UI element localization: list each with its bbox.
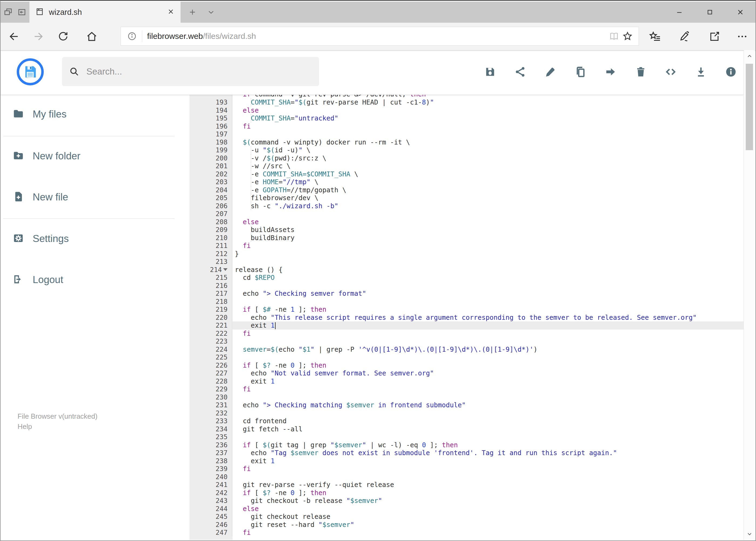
code-icon[interactable] xyxy=(664,65,677,78)
code-line-197[interactable]: 197 xyxy=(189,130,744,138)
code-line-content[interactable] xyxy=(232,393,744,401)
code-line-224[interactable]: 224 semver=$(echo "$1" | grep -P '^v(0|[… xyxy=(189,345,744,353)
code-line-content[interactable]: git checkout -b release "$semver" xyxy=(232,497,744,505)
set-tabs-aside-icon[interactable] xyxy=(2,6,14,18)
code-line-219[interactable]: 219 if [ $# -ne 1 ]; then xyxy=(189,305,744,313)
code-line-243[interactable]: 243 git checkout -b release "$semver" xyxy=(189,497,744,505)
code-line-234[interactable]: 234 git fetch --all xyxy=(189,425,744,433)
share-icon[interactable] xyxy=(514,65,527,78)
code-line-content[interactable]: release () { xyxy=(232,266,744,274)
code-line-237[interactable]: 237 echo "Tag $semver does not exist in … xyxy=(189,449,744,457)
code-line-content[interactable]: -e GOPATH=//tmp/gopath \ xyxy=(232,186,744,194)
code-line-217[interactable]: 217 echo "> Checking semver format" xyxy=(189,289,744,297)
code-line-content[interactable] xyxy=(232,210,744,218)
reading-view-book-icon[interactable] xyxy=(607,29,621,43)
code-line-content[interactable] xyxy=(232,297,744,306)
code-line-228[interactable]: 228 exit 1 xyxy=(189,377,744,385)
code-line-content[interactable]: -u "$(id -u)" \ xyxy=(232,146,744,154)
code-line-214[interactable]: 214release () { xyxy=(189,266,744,274)
code-line-208[interactable]: 208 else xyxy=(189,218,744,226)
code-line-content[interactable]: -w //src \ xyxy=(232,162,744,170)
code-line-content[interactable]: echo "> Checking semver format" xyxy=(232,289,744,297)
code-line-223[interactable]: 223 xyxy=(189,337,744,345)
code-line-content[interactable] xyxy=(232,473,744,481)
scroll-up-icon[interactable] xyxy=(744,51,755,62)
code-line-231[interactable]: 231 echo "> Checking matching $semver in… xyxy=(189,401,744,409)
code-line-content[interactable]: else xyxy=(232,505,744,513)
code-line-196[interactable]: 196 fi xyxy=(189,122,744,131)
code-line-content[interactable] xyxy=(232,433,744,441)
code-line-222[interactable]: 222 fi xyxy=(189,329,744,337)
delete-icon[interactable] xyxy=(634,65,647,78)
code-line-244[interactable]: 244 else xyxy=(189,505,744,513)
maximize-icon[interactable] xyxy=(694,2,725,23)
code-line-content[interactable]: fi xyxy=(232,465,744,473)
code-line-232[interactable]: 232 xyxy=(189,409,744,417)
code-line-content[interactable]: if [ $# -ne 1 ]; then xyxy=(232,305,744,313)
code-line-229[interactable]: 229 fi xyxy=(189,385,744,393)
code-line-content[interactable]: if [ $(git tag | grep "$semver" | wc -l)… xyxy=(232,441,744,449)
code-line-content[interactable] xyxy=(232,353,744,361)
code-line-content[interactable]: git checkout release xyxy=(232,513,744,521)
fold-arrow-icon[interactable] xyxy=(223,268,227,271)
code-line-213[interactable]: 213 xyxy=(189,258,744,266)
code-line-193[interactable]: 193 COMMIT_SHA="$(git rev-parse HEAD | c… xyxy=(189,98,744,106)
info-icon[interactable] xyxy=(724,65,737,78)
code-line-content[interactable]: cd $REPO xyxy=(232,273,744,282)
tab-list-chevron-icon[interactable] xyxy=(203,2,219,23)
code-line-content[interactable] xyxy=(232,258,744,266)
code-line-226[interactable]: 226 if [ $? -ne 0 ]; then xyxy=(189,361,744,369)
code-line-content[interactable]: if [ $? -ne 0 ]; then xyxy=(232,361,744,369)
code-line-209[interactable]: 209 buildAssets xyxy=(189,226,744,234)
save-icon[interactable] xyxy=(484,65,497,78)
copy-icon[interactable] xyxy=(574,65,587,78)
search-input[interactable] xyxy=(86,66,312,77)
code-line-content[interactable]: git fetch --all xyxy=(232,425,744,433)
code-line-201[interactable]: 201 -w //src \ xyxy=(189,162,744,170)
help-link[interactable]: Help xyxy=(18,421,98,432)
code-line-content[interactable]: if command -v git rev-parse &> /dev/null… xyxy=(232,95,744,98)
code-line-246[interactable]: 246 git reset --hard "$semver" xyxy=(189,521,744,529)
code-line-content[interactable]: fi xyxy=(232,242,744,250)
code-line-203[interactable]: 203 -e HOME="//tmp" \ xyxy=(189,178,744,186)
code-line-247[interactable]: 247 fi xyxy=(189,529,744,537)
tab-wizard-sh[interactable]: wizard.sh xyxy=(29,2,180,23)
code-line-239[interactable]: 239 fi xyxy=(189,465,744,473)
home-icon[interactable] xyxy=(85,29,99,44)
code-line-238[interactable]: 238 exit 1 xyxy=(189,457,744,465)
minimize-icon[interactable] xyxy=(664,2,694,23)
window-close-icon[interactable] xyxy=(725,2,755,23)
code-line-content[interactable]: exit 1 xyxy=(232,377,744,385)
code-line-content[interactable] xyxy=(232,282,744,290)
code-line-230[interactable]: 230 xyxy=(189,393,744,401)
code-line-content[interactable]: fi xyxy=(232,529,744,537)
code-line-content[interactable]: fi xyxy=(232,122,744,131)
sidebar-item-settings[interactable]: Settings xyxy=(1,224,189,254)
code-line-content[interactable]: COMMIT_SHA="untracked" xyxy=(232,114,744,122)
address-bar[interactable]: filebrowser.web/files/wizard.sh xyxy=(121,27,639,46)
search-bar[interactable] xyxy=(62,57,319,86)
code-line-content[interactable]: -v /$(pwd):/src:z \ xyxy=(232,154,744,162)
code-line-content[interactable]: } xyxy=(232,250,744,258)
code-line-content[interactable]: echo "Not valid semver format. See semve… xyxy=(232,369,744,377)
code-line-202[interactable]: 202 -e COMMIT_SHA=$COMMIT_SHA \ xyxy=(189,170,744,178)
code-line-205[interactable]: 205 filebrowser/dev \ xyxy=(189,194,744,202)
code-line-245[interactable]: 245 git checkout release xyxy=(189,513,744,521)
code-line-211[interactable]: 211 fi xyxy=(189,242,744,250)
code-line-content[interactable]: -e HOME="//tmp" \ xyxy=(232,178,744,186)
code-line-content[interactable]: buildAssets xyxy=(232,226,744,234)
code-line-204[interactable]: 204 -e GOPATH=//tmp/gopath \ xyxy=(189,186,744,194)
code-line-content[interactable]: exit 1 xyxy=(232,321,744,329)
code-line-content[interactable]: git rev-parse --verify --quiet release xyxy=(232,481,744,489)
code-line-content[interactable]: fi xyxy=(232,385,744,393)
code-line-198[interactable]: 198 $(command -v winpty) docker run --rm… xyxy=(189,138,744,146)
forward-icon[interactable] xyxy=(31,29,45,44)
code-line-206[interactable]: 206 sh -c "./wizard.sh -b" xyxy=(189,202,744,210)
code-line-content[interactable] xyxy=(232,337,744,345)
back-icon[interactable] xyxy=(7,29,21,44)
code-line-210[interactable]: 210 buildBinary xyxy=(189,234,744,242)
code-line-content[interactable]: echo "> Checking matching $semver in fro… xyxy=(232,401,744,409)
code-line-content[interactable]: $(command -v winpty) docker run --rm -it… xyxy=(232,138,744,146)
code-line-content[interactable]: -e COMMIT_SHA=$COMMIT_SHA \ xyxy=(232,170,744,178)
code-line-content[interactable]: filebrowser/dev \ xyxy=(232,194,744,202)
